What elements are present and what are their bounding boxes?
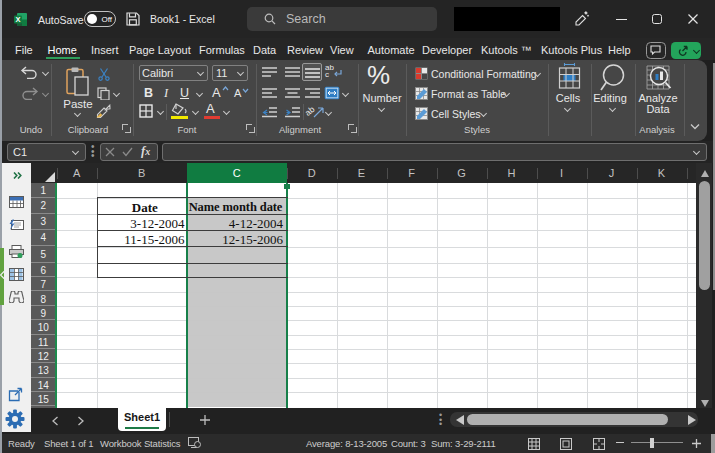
svg-text:X: X [15,15,20,24]
